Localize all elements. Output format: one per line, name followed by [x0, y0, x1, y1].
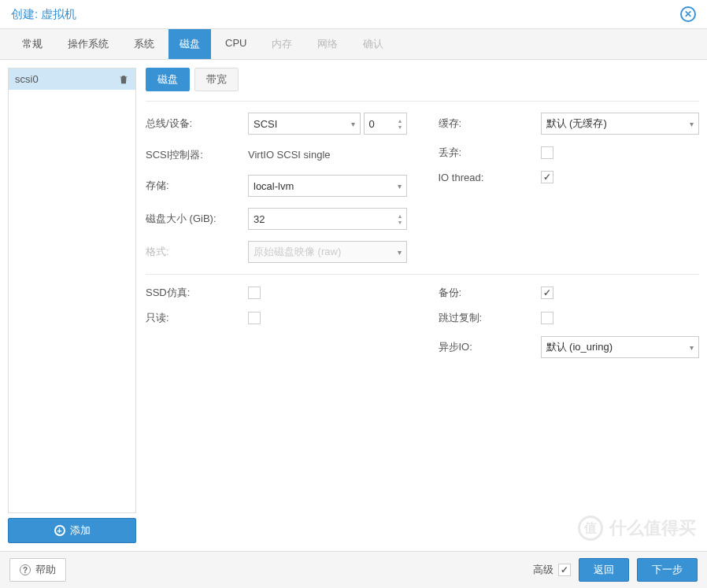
add-label: 添加	[70, 523, 91, 538]
device-spinner[interactable]: 0 ▲▼	[364, 113, 407, 135]
label-backup: 备份:	[439, 286, 541, 300]
discard-checkbox[interactable]	[541, 146, 553, 159]
tab-os[interactable]: 操作系统	[57, 29, 120, 59]
label-scsi: SCSI控制器:	[146, 148, 248, 162]
close-icon[interactable]: ✕	[680, 6, 696, 22]
label-asyncio: 异步IO:	[439, 340, 541, 354]
bus-select[interactable]: SCSI ▾	[248, 113, 361, 135]
add-button[interactable]: + 添加	[8, 518, 136, 543]
tab-confirm: 确认	[352, 29, 394, 59]
tab-disks[interactable]: 磁盘	[168, 29, 211, 59]
main-tabs: 常规 操作系统 系统 磁盘 CPU 内存 网络 确认	[0, 29, 707, 60]
disk-list: scsi0	[8, 68, 136, 513]
spinner-arrows-icon: ▲▼	[398, 118, 403, 130]
tab-cpu[interactable]: CPU	[214, 29, 257, 59]
label-skiprepl: 跳过复制:	[439, 311, 541, 325]
spinner-arrows-icon: ▲▼	[398, 213, 403, 225]
chevron-down-icon: ▾	[398, 248, 402, 257]
label-discard: 丢弃:	[439, 146, 541, 160]
help-button[interactable]: ? 帮助	[9, 558, 66, 582]
window-title: 创建: 虚拟机	[11, 7, 76, 22]
format-select: 原始磁盘映像 (raw) ▾	[248, 241, 407, 263]
label-iothread: IO thread:	[439, 172, 541, 183]
chevron-down-icon: ▾	[398, 182, 402, 190]
tab-general[interactable]: 常规	[11, 29, 54, 59]
label-bus: 总线/设备:	[146, 116, 248, 131]
disksize-spinner[interactable]: 32 ▲▼	[248, 208, 407, 230]
subtab-bandwidth[interactable]: 带宽	[194, 68, 239, 91]
advanced-checkbox[interactable]	[558, 564, 571, 576]
readonly-checkbox[interactable]	[248, 312, 261, 324]
tab-system[interactable]: 系统	[123, 29, 165, 59]
backup-checkbox[interactable]	[541, 287, 553, 299]
ssd-checkbox[interactable]	[248, 287, 261, 299]
label-storage: 存储:	[146, 179, 248, 193]
list-item[interactable]: scsi0	[9, 68, 135, 90]
chevron-down-icon: ▾	[690, 120, 694, 128]
disk-item-label: scsi0	[15, 73, 39, 85]
storage-select[interactable]: local-lvm ▾	[248, 175, 407, 197]
label-disksize: 磁盘大小 (GiB):	[146, 212, 248, 226]
scsi-value: VirtIO SCSI single	[248, 146, 331, 164]
question-icon: ?	[20, 564, 31, 575]
skiprepl-checkbox[interactable]	[541, 312, 553, 324]
label-cache: 缓存:	[439, 116, 541, 131]
label-ssd: SSD仿真:	[146, 286, 248, 300]
trash-icon[interactable]	[118, 74, 129, 85]
advanced-toggle[interactable]: 高级	[533, 563, 571, 577]
asyncio-select[interactable]: 默认 (io_uring) ▾	[541, 336, 700, 358]
iothread-checkbox[interactable]	[541, 171, 553, 183]
tab-memory: 内存	[261, 29, 303, 59]
label-format: 格式:	[146, 245, 248, 259]
plus-icon: +	[54, 525, 65, 536]
cache-select[interactable]: 默认 (无缓存) ▾	[541, 113, 700, 135]
label-readonly: 只读:	[146, 311, 248, 325]
chevron-down-icon: ▾	[690, 343, 694, 352]
next-button[interactable]: 下一步	[637, 558, 698, 582]
tab-network: 网络	[306, 29, 349, 59]
chevron-down-icon: ▾	[351, 120, 355, 128]
back-button[interactable]: 返回	[579, 558, 629, 582]
subtab-disk[interactable]: 磁盘	[146, 68, 190, 91]
